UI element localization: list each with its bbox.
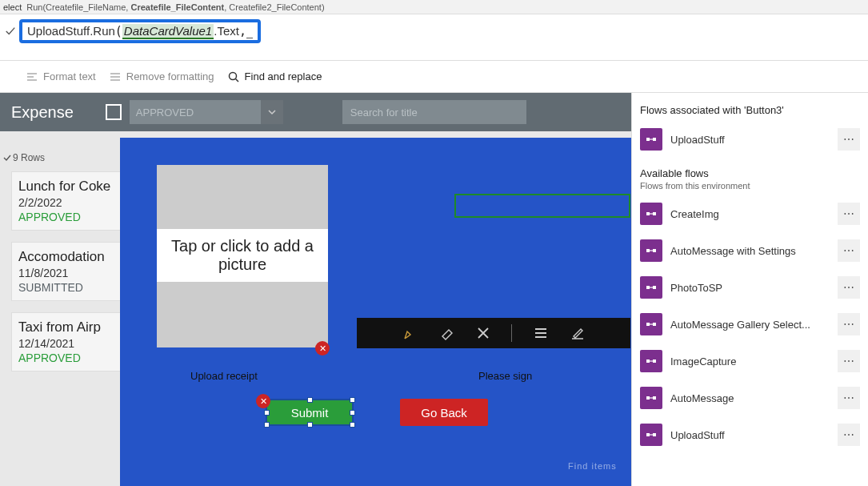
expense-list: Lunch for Coke 2/2/2022 APPROVED Accomod…	[11, 171, 123, 383]
lines-icon[interactable]	[533, 325, 549, 341]
check-icon[interactable]	[5, 26, 16, 37]
more-button[interactable]: ⋯	[838, 239, 860, 262]
flow-name: CreateImg	[670, 208, 830, 220]
flow-name: PhotoToSP	[670, 282, 830, 294]
more-button[interactable]: ⋯	[838, 424, 860, 446]
error-badge-icon[interactable]: ✕	[315, 341, 330, 355]
svg-rect-11	[646, 323, 650, 326]
svg-rect-16	[653, 396, 656, 400]
sign-label: Please sign	[478, 370, 532, 382]
flow-name: AutoMessage Gallery Select...	[670, 319, 830, 331]
flow-name: UploadStuff	[670, 134, 830, 146]
flows-panel: Flows associated with 'Button3' UploadSt…	[631, 93, 868, 486]
svg-rect-18	[653, 433, 656, 436]
svg-rect-13	[646, 359, 650, 363]
svg-point-0	[229, 72, 236, 79]
signature-input[interactable]	[454, 194, 630, 218]
goback-button[interactable]: Go Back	[400, 399, 488, 426]
flow-icon	[640, 313, 662, 335]
flow-row[interactable]: AutoMessage with Settings⋯	[640, 235, 860, 266]
svg-rect-8	[653, 249, 656, 252]
svg-rect-12	[653, 323, 656, 326]
svg-rect-6	[653, 212, 656, 215]
flow-row[interactable]: AutoMessage⋯	[640, 383, 860, 413]
flow-row[interactable]: CreateImg⋯	[640, 199, 860, 229]
search-icon	[227, 70, 240, 83]
format-icon	[26, 70, 38, 83]
eraser-icon[interactable]	[439, 325, 455, 341]
sig-left-label: elect	[3, 2, 22, 12]
svg-rect-9	[646, 286, 650, 289]
list-item[interactable]: Accomodation 11/8/2021 SUBMITTED	[11, 242, 123, 301]
formula-input[interactable]: UploadStuff.Run(DataCardValue1.Text,	[19, 19, 261, 43]
associated-flows-title: Flows associated with 'Button3'	[640, 104, 860, 116]
flow-icon	[640, 239, 662, 262]
format-text-button: Format text	[26, 70, 96, 83]
flow-name: ImageCapture	[670, 355, 830, 368]
more-button[interactable]: ⋯	[838, 350, 860, 372]
available-flows-title: Available flows	[640, 167, 860, 179]
upload-prompt: Tap or click to add a picture	[157, 229, 328, 282]
remove-format-icon	[109, 70, 122, 83]
flow-name: AutoMessage with Settings	[670, 245, 830, 257]
app-canvas: Expense APPROVED Search for title 9 Rows…	[0, 93, 631, 486]
more-button[interactable]: ⋯	[838, 313, 860, 335]
app-header: Expense APPROVED Search for title	[0, 93, 631, 131]
submit-button[interactable]: Submit	[266, 399, 354, 426]
upload-label: Upload receipt	[190, 370, 258, 382]
pen-icon[interactable]	[402, 325, 418, 341]
svg-rect-7	[646, 249, 650, 252]
flow-icon	[640, 387, 662, 409]
svg-rect-3	[646, 138, 650, 141]
svg-rect-4	[653, 138, 656, 141]
svg-rect-15	[646, 396, 650, 400]
formula-toolbar: Format text Remove formatting Find and r…	[0, 61, 868, 93]
filter-checkbox[interactable]	[106, 104, 122, 120]
edit-icon[interactable]	[570, 325, 586, 341]
svg-rect-14	[653, 359, 656, 363]
row-count: 9 Rows	[3, 152, 45, 163]
flow-icon	[640, 203, 662, 225]
svg-rect-5	[646, 212, 650, 215]
chevron-down-icon	[261, 100, 283, 124]
flow-icon	[640, 128, 662, 151]
image-upload[interactable]: Tap or click to add a picture ✕	[157, 165, 328, 347]
flow-name: UploadStuff	[670, 429, 830, 441]
flow-row[interactable]: AutoMessage Gallery Select...⋯	[640, 309, 860, 339]
signature-toolbar	[357, 318, 630, 348]
close-icon[interactable]	[476, 326, 490, 340]
find-items-label: Find items	[568, 461, 617, 471]
svg-rect-17	[646, 433, 650, 436]
remove-formatting-button: Remove formatting	[109, 70, 214, 83]
more-button[interactable]: ⋯	[838, 203, 860, 225]
list-item[interactable]: Taxi from Airp 12/14/2021 APPROVED	[11, 312, 123, 372]
form-panel: Tap or click to add a picture ✕ Upload r…	[120, 138, 631, 486]
available-flows-sub: Flows from this environment	[640, 181, 860, 191]
flow-name: AutoMessage	[670, 392, 830, 404]
search-input[interactable]: Search for title	[342, 100, 526, 124]
flow-icon	[640, 350, 662, 372]
more-button[interactable]: ⋯	[838, 387, 860, 409]
signature-text: Run(Createfile_FileName, Createfile_File…	[26, 2, 324, 12]
status-dropdown[interactable]: APPROVED	[130, 100, 283, 124]
flow-row[interactable]: UploadStuff⋯	[640, 420, 860, 450]
formula-bar[interactable]: UploadStuff.Run(DataCardValue1.Text,	[0, 14, 868, 61]
more-button[interactable]: ⋯	[838, 128, 860, 151]
error-badge-icon[interactable]: ✕	[256, 394, 270, 408]
flow-row[interactable]: PhotoToSP⋯	[640, 272, 860, 303]
find-replace-button[interactable]: Find and replace	[227, 70, 322, 83]
app-title: Expense	[11, 103, 74, 122]
svg-rect-10	[653, 286, 656, 289]
flow-icon	[640, 276, 662, 299]
flow-row[interactable]: ImageCapture⋯	[640, 346, 860, 376]
more-button[interactable]: ⋯	[838, 276, 860, 299]
separator	[511, 324, 512, 342]
flow-row[interactable]: UploadStuff⋯	[640, 124, 860, 155]
signature-hint-bar: elect Run(Createfile_FileName, Createfil…	[0, 0, 868, 14]
flow-icon	[640, 424, 662, 446]
list-item[interactable]: Lunch for Coke 2/2/2022 APPROVED	[11, 171, 123, 231]
